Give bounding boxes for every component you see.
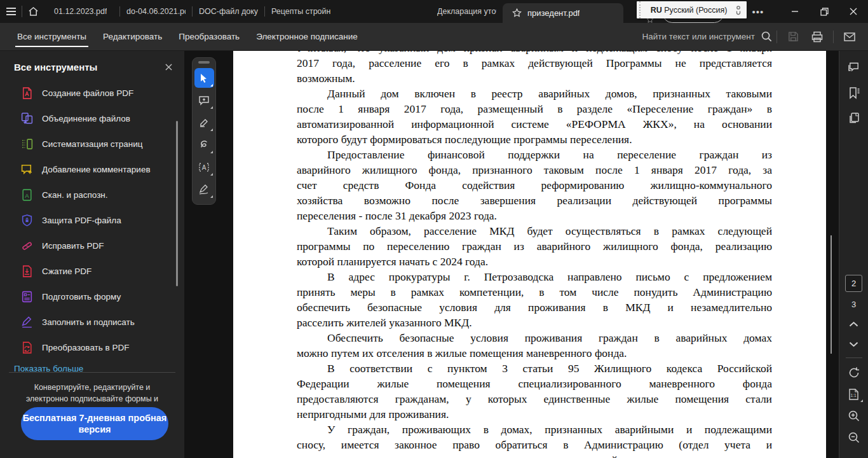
text-line: непригодными для проживания. [297, 406, 772, 422]
fill-sign-tool[interactable] [194, 179, 214, 199]
clipped-line: Учитывая, что указанный дом признан авар… [297, 51, 772, 55]
draw-tool[interactable] [194, 135, 214, 155]
tool-item-compress[interactable]: Сжатие PDF [0, 258, 184, 284]
combine-icon [20, 112, 34, 125]
submenu-caret [860, 399, 863, 402]
document-tab[interactable]: Рецепты стройн... [265, 0, 337, 23]
svg-text:A: A [25, 191, 29, 198]
restore-button[interactable] [810, 0, 839, 23]
comment-add-icon [20, 163, 34, 176]
svg-text:A: A [202, 164, 207, 171]
favorite-star-icon [512, 8, 522, 18]
toolbar-tab-1[interactable]: Все инструменты [9, 23, 95, 50]
page-down-icon[interactable] [849, 338, 858, 350]
tab-label: DOC-файл докум... [199, 7, 258, 16]
document-tab[interactable]: DOC-файл докум... [193, 0, 264, 23]
mail-icon[interactable] [837, 27, 862, 46]
svg-text:1:1: 1:1 [850, 393, 856, 398]
more-options-icon[interactable]: ••• [747, 0, 769, 23]
add-comment-tool[interactable] [194, 90, 214, 110]
active-document-tab[interactable]: призедент.pdf [503, 3, 623, 23]
toolbar-tab-2[interactable]: Редактировать [95, 23, 170, 50]
tool-item-combine[interactable]: Объединение файлов [0, 106, 184, 131]
tool-item-comment-add[interactable]: Добавление комментариев [0, 156, 184, 182]
paragraph-4: Таким образом, расселение МКД будет осущ… [297, 223, 772, 269]
all-tools-panel: Все инструменты Создание файлов PDFОбъед… [0, 51, 184, 458]
highlight-tool[interactable] [194, 113, 214, 132]
tool-item-convert-pdf[interactable]: Преобразовать в PDF [0, 335, 184, 360]
current-page-input[interactable]: 2 [845, 275, 862, 292]
toolbar-tab-3[interactable]: Преобразовать [170, 23, 248, 50]
text-line: после 1 января 2017 года, размещенный в … [297, 101, 772, 116]
toolbar-drag-handle[interactable] [198, 61, 210, 64]
tool-item-scan-ocr[interactable]: AСкан. и распозн. [0, 182, 184, 207]
panel-close-icon[interactable] [161, 60, 175, 74]
close-button[interactable] [839, 0, 868, 23]
text-line: Данный дом включен в реестр аварийных до… [297, 86, 772, 101]
zoom-out-icon[interactable] [844, 428, 864, 447]
submenu-caret [210, 151, 213, 153]
paragraph-5: В адрес прокуратуры г. Петрозаводска нап… [297, 269, 772, 330]
text-line: сносу, имеется законное право обратиться… [297, 437, 772, 452]
tool-list: Создание файлов PDFОбъединение файловСис… [0, 80, 184, 360]
tool-item-organize[interactable]: Систематизация страниц [0, 131, 184, 156]
scan-ocr-icon: A [20, 188, 34, 202]
search-tool[interactable]: Найти текст или инструмент [642, 31, 773, 43]
document-tab[interactable]: 01.12.2023.pdf [48, 0, 119, 23]
prepare-form-icon [20, 290, 34, 303]
submenu-caret [210, 84, 213, 87]
titlebar: 01.12.2023.pdfdo-04.06.2021.pdfDOC-файл … [0, 0, 868, 23]
protect-icon [20, 214, 34, 227]
tool-item-fill-sign[interactable]: Заполнить и подписать [0, 309, 184, 335]
text-line: счет средств Фонда содействия реформиров… [297, 177, 772, 193]
next-page-number[interactable]: 3 [851, 300, 856, 309]
home-icon[interactable] [22, 0, 44, 23]
hamburger-menu-icon[interactable] [0, 0, 22, 23]
text-line: предоставляются гражданам, у которых еди… [297, 391, 772, 406]
toolbar-tab-4[interactable]: Электронное подписание [248, 23, 366, 50]
select-arrow-tool[interactable] [194, 68, 214, 88]
tool-label: Скан. и распозн. [42, 190, 108, 200]
tool-label: Заполнить и подписать [42, 317, 135, 327]
save-icon[interactable] [781, 27, 805, 46]
free-trial-button[interactable]: Бесплатная 7-дневная пробная версия [21, 407, 168, 440]
pdf-page[interactable]: Учитывая, что указанный дом признан авар… [233, 51, 826, 458]
convert-pdf-icon [20, 341, 34, 354]
rotate-page-icon[interactable] [844, 363, 864, 382]
paragraph-3: Предоставление финансовой поддержки на п… [297, 147, 772, 223]
zoom-in-icon[interactable] [844, 406, 864, 426]
document-tab[interactable]: do-04.06.2021.pdf [120, 0, 192, 23]
tool-item-protect[interactable]: Защита PDF-файла [0, 207, 184, 233]
print-icon[interactable] [805, 27, 829, 46]
panel-scrollbar[interactable] [176, 121, 178, 286]
text-line: можно путем их отселения в жилые помещен… [297, 345, 772, 361]
submenu-caret [210, 173, 213, 176]
bookmarks-icon[interactable] [844, 83, 864, 103]
main-area: Все инструменты Создание файлов PDFОбъед… [0, 51, 868, 458]
tool-item-create-pdf[interactable]: Создание файлов PDF [0, 80, 184, 106]
toolbar-right: Найти текст или инструмент [642, 27, 862, 46]
tool-item-repair[interactable]: Исправить PDF [0, 233, 184, 258]
page-thumbnails-icon[interactable] [844, 108, 864, 128]
text-line: Таким образом, расселение МКД будет осущ… [297, 223, 772, 239]
tool-label: Объединение файлов [42, 114, 130, 123]
toolbar-divider [833, 31, 834, 43]
language-bar-overlay[interactable]: RU Русский (Россия) [637, 1, 747, 18]
tool-label: Преобразовать в PDF [42, 343, 130, 352]
document-scrollbar[interactable] [831, 235, 832, 354]
minimize-button[interactable] [780, 0, 810, 23]
text-line: Предоставление финансовой поддержки на п… [297, 147, 772, 162]
input-options-icon[interactable] [733, 5, 743, 15]
paragraph-7: В соответствии с пунктом 3 статьи 95 Жил… [297, 361, 772, 422]
tool-label: Создание файлов PDF [42, 88, 133, 98]
select-text-tool[interactable]: A [194, 157, 214, 177]
document-tab[interactable]: Декларация уточ... [431, 0, 503, 23]
language-bar-gripper[interactable] [639, 1, 644, 18]
toolbar: Все инструментыРедактироватьПреобразоват… [0, 23, 868, 51]
text-line: распределения жилья управления жилищного… [297, 452, 772, 458]
tool-item-prepare-form[interactable]: Подготовить форму [0, 284, 184, 309]
comments-icon[interactable] [844, 57, 864, 78]
page-up-icon[interactable] [849, 318, 858, 330]
text-line: обеспечить безопасные условия для прожив… [297, 300, 772, 315]
fit-page-icon[interactable]: 1:1 [844, 385, 864, 404]
